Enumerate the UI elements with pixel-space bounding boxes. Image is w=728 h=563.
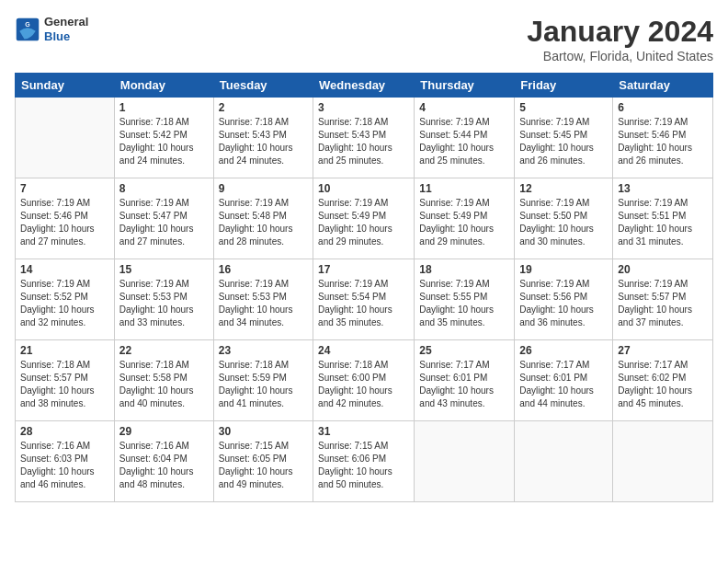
col-friday: Friday	[515, 74, 613, 98]
table-row	[16, 98, 115, 178]
table-row: 20Sunrise: 7:19 AM Sunset: 5:57 PM Dayli…	[613, 259, 713, 340]
day-info: Sunrise: 7:19 AM Sunset: 5:56 PM Dayligh…	[519, 278, 608, 329]
main-container: G General Blue January 2024 Bartow, Flor…	[0, 0, 728, 510]
table-row: 28Sunrise: 7:16 AM Sunset: 6:03 PM Dayli…	[16, 421, 115, 502]
day-info: Sunrise: 7:16 AM Sunset: 6:03 PM Dayligh…	[20, 440, 109, 491]
day-info: Sunrise: 7:15 AM Sunset: 6:05 PM Dayligh…	[219, 440, 308, 491]
table-row: 10Sunrise: 7:19 AM Sunset: 5:49 PM Dayli…	[313, 178, 415, 259]
day-number: 22	[119, 344, 209, 357]
table-row: 1Sunrise: 7:18 AM Sunset: 5:42 PM Daylig…	[114, 98, 213, 178]
table-row: 16Sunrise: 7:19 AM Sunset: 5:53 PM Dayli…	[213, 259, 313, 340]
table-row: 29Sunrise: 7:16 AM Sunset: 6:04 PM Dayli…	[114, 421, 213, 502]
day-info: Sunrise: 7:19 AM Sunset: 5:44 PM Dayligh…	[419, 116, 509, 167]
calendar-header-row: Sunday Monday Tuesday Wednesday Thursday…	[16, 74, 713, 98]
day-info: Sunrise: 7:19 AM Sunset: 5:52 PM Dayligh…	[20, 278, 109, 329]
table-row: 23Sunrise: 7:18 AM Sunset: 5:59 PM Dayli…	[213, 340, 313, 421]
table-row: 27Sunrise: 7:17 AM Sunset: 6:02 PM Dayli…	[613, 340, 713, 421]
calendar-week-row: 1Sunrise: 7:18 AM Sunset: 5:42 PM Daylig…	[16, 98, 713, 178]
day-info: Sunrise: 7:18 AM Sunset: 5:58 PM Dayligh…	[119, 359, 209, 410]
month-title: January 2024	[527, 15, 713, 49]
day-info: Sunrise: 7:19 AM Sunset: 5:57 PM Dayligh…	[618, 278, 708, 329]
day-info: Sunrise: 7:19 AM Sunset: 5:46 PM Dayligh…	[20, 197, 109, 248]
table-row: 25Sunrise: 7:17 AM Sunset: 6:01 PM Dayli…	[415, 340, 515, 421]
table-row: 5Sunrise: 7:19 AM Sunset: 5:45 PM Daylig…	[515, 98, 613, 178]
day-number: 29	[119, 425, 209, 438]
logo: G General Blue	[15, 15, 88, 43]
day-number: 7	[20, 182, 109, 195]
day-info: Sunrise: 7:18 AM Sunset: 5:42 PM Dayligh…	[119, 116, 209, 167]
calendar-week-row: 21Sunrise: 7:18 AM Sunset: 5:57 PM Dayli…	[16, 340, 713, 421]
day-number: 6	[618, 101, 708, 114]
calendar-week-row: 28Sunrise: 7:16 AM Sunset: 6:03 PM Dayli…	[16, 421, 713, 502]
day-info: Sunrise: 7:19 AM Sunset: 5:49 PM Dayligh…	[318, 197, 409, 248]
logo-general: General	[44, 15, 88, 29]
day-number: 13	[618, 182, 708, 195]
title-area: January 2024 Bartow, Florida, United Sta…	[527, 15, 713, 63]
table-row: 19Sunrise: 7:19 AM Sunset: 5:56 PM Dayli…	[515, 259, 613, 340]
day-number: 26	[519, 344, 608, 357]
table-row	[515, 421, 613, 502]
day-number: 15	[119, 263, 209, 276]
table-row: 7Sunrise: 7:19 AM Sunset: 5:46 PM Daylig…	[16, 178, 115, 259]
day-number: 24	[318, 344, 409, 357]
day-number: 9	[219, 182, 308, 195]
day-info: Sunrise: 7:19 AM Sunset: 5:47 PM Dayligh…	[119, 197, 209, 248]
col-sunday: Sunday	[16, 74, 115, 98]
col-thursday: Thursday	[415, 74, 515, 98]
table-row: 4Sunrise: 7:19 AM Sunset: 5:44 PM Daylig…	[415, 98, 515, 178]
day-number: 27	[618, 344, 708, 357]
day-info: Sunrise: 7:19 AM Sunset: 5:53 PM Dayligh…	[219, 278, 308, 329]
day-number: 19	[519, 263, 608, 276]
table-row: 2Sunrise: 7:18 AM Sunset: 5:43 PM Daylig…	[213, 98, 313, 178]
day-number: 11	[419, 182, 509, 195]
day-number: 14	[20, 263, 109, 276]
table-row: 3Sunrise: 7:18 AM Sunset: 5:43 PM Daylig…	[313, 98, 415, 178]
day-number: 31	[318, 425, 409, 438]
logo-blue: Blue	[44, 29, 88, 44]
table-row: 8Sunrise: 7:19 AM Sunset: 5:47 PM Daylig…	[114, 178, 213, 259]
logo-text: General Blue	[44, 15, 88, 43]
day-info: Sunrise: 7:15 AM Sunset: 6:06 PM Dayligh…	[318, 440, 409, 491]
day-number: 1	[119, 101, 209, 114]
day-number: 21	[20, 344, 109, 357]
day-info: Sunrise: 7:19 AM Sunset: 5:53 PM Dayligh…	[119, 278, 209, 329]
day-number: 18	[419, 263, 509, 276]
day-info: Sunrise: 7:19 AM Sunset: 5:50 PM Dayligh…	[519, 197, 608, 248]
day-info: Sunrise: 7:19 AM Sunset: 5:55 PM Dayligh…	[419, 278, 509, 329]
day-info: Sunrise: 7:19 AM Sunset: 5:46 PM Dayligh…	[618, 116, 708, 167]
day-info: Sunrise: 7:16 AM Sunset: 6:04 PM Dayligh…	[119, 440, 209, 491]
table-row: 26Sunrise: 7:17 AM Sunset: 6:01 PM Dayli…	[515, 340, 613, 421]
day-info: Sunrise: 7:19 AM Sunset: 5:49 PM Dayligh…	[419, 197, 509, 248]
table-row: 31Sunrise: 7:15 AM Sunset: 6:06 PM Dayli…	[313, 421, 415, 502]
table-row	[613, 421, 713, 502]
logo-icon: G	[15, 17, 40, 42]
table-row: 18Sunrise: 7:19 AM Sunset: 5:55 PM Dayli…	[415, 259, 515, 340]
calendar-week-row: 14Sunrise: 7:19 AM Sunset: 5:52 PM Dayli…	[16, 259, 713, 340]
day-info: Sunrise: 7:19 AM Sunset: 5:48 PM Dayligh…	[219, 197, 308, 248]
table-row: 17Sunrise: 7:19 AM Sunset: 5:54 PM Dayli…	[313, 259, 415, 340]
calendar-table: Sunday Monday Tuesday Wednesday Thursday…	[15, 73, 713, 502]
day-number: 10	[318, 182, 409, 195]
day-info: Sunrise: 7:17 AM Sunset: 6:02 PM Dayligh…	[618, 359, 708, 410]
location: Bartow, Florida, United States	[527, 49, 713, 63]
day-number: 30	[219, 425, 308, 438]
day-number: 28	[20, 425, 109, 438]
day-info: Sunrise: 7:18 AM Sunset: 5:43 PM Dayligh…	[318, 116, 409, 167]
col-monday: Monday	[114, 74, 213, 98]
day-info: Sunrise: 7:17 AM Sunset: 6:01 PM Dayligh…	[519, 359, 608, 410]
col-tuesday: Tuesday	[213, 74, 313, 98]
day-number: 3	[318, 101, 409, 114]
table-row: 12Sunrise: 7:19 AM Sunset: 5:50 PM Dayli…	[515, 178, 613, 259]
table-row: 11Sunrise: 7:19 AM Sunset: 5:49 PM Dayli…	[415, 178, 515, 259]
day-number: 16	[219, 263, 308, 276]
table-row: 24Sunrise: 7:18 AM Sunset: 6:00 PM Dayli…	[313, 340, 415, 421]
day-number: 8	[119, 182, 209, 195]
day-info: Sunrise: 7:17 AM Sunset: 6:01 PM Dayligh…	[419, 359, 509, 410]
table-row: 13Sunrise: 7:19 AM Sunset: 5:51 PM Dayli…	[613, 178, 713, 259]
table-row: 14Sunrise: 7:19 AM Sunset: 5:52 PM Dayli…	[16, 259, 115, 340]
day-number: 5	[519, 101, 608, 114]
day-info: Sunrise: 7:18 AM Sunset: 5:59 PM Dayligh…	[219, 359, 308, 410]
table-row	[415, 421, 515, 502]
table-row: 9Sunrise: 7:19 AM Sunset: 5:48 PM Daylig…	[213, 178, 313, 259]
day-info: Sunrise: 7:18 AM Sunset: 6:00 PM Dayligh…	[318, 359, 409, 410]
